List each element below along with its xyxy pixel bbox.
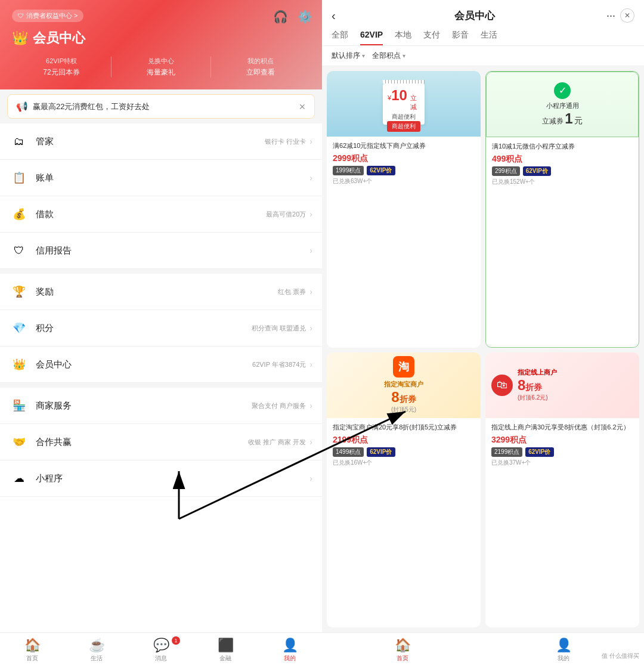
member-title-row: 👑 会员中心	[12, 29, 310, 47]
arrow-icon: ›	[309, 474, 312, 483]
card-item-1[interactable]: ¥ 10 立减 商超便利 商超便利 满62减10元指定线下商户立减券 2999积…	[327, 71, 481, 348]
card4-body: 指定线上商户满30元享受8折优惠（封顶6.2元） 3299积点 2199积点 6…	[485, 418, 639, 472]
menu-item-jiekuan[interactable]: 💰 借款 最高可借20万 ›	[0, 196, 322, 233]
xiaochengxu-icon: ☁	[10, 469, 29, 488]
promo-text: 赢最高22元消费红包，工资好去处	[33, 101, 299, 112]
left-panel: 🛡 消费者权益中心 > 🎧 ⚙️ 👑 会员中心 62VIP特权 72元回本券 兑…	[0, 0, 322, 665]
card3-inner: 淘 指定淘宝商户 8 折券 (封顶5元)	[327, 352, 481, 418]
card2-body: 满10减1元微信小程序立减券 499积点 299积点 62VIP价 已兑换152…	[486, 137, 639, 191]
card-item-2[interactable]: ✓ 小程序通用 立减券 1 元 满10减1元微信小程序立减券 499积点 299…	[485, 71, 639, 348]
menu-item-jiangli[interactable]: 🏆 奖励 红包 票券 ›	[0, 274, 322, 310]
menu-item-guanjia[interactable]: 🗂 管家 银行卡 行业卡 ›	[0, 123, 322, 160]
card2-lijian: 立减券	[542, 116, 564, 126]
menu-divider-2	[0, 383, 322, 388]
card3-unit: 折券	[400, 394, 416, 405]
card4-title: 指定线上商户	[518, 368, 633, 377]
card3-vip-badge: 62VIP价	[367, 447, 395, 457]
card4-big: 8	[518, 377, 525, 394]
close-button[interactable]: ✕	[620, 8, 634, 23]
nav-life[interactable]: ☕ 生活	[64, 638, 129, 663]
card2-alt-points: 299积点	[492, 166, 520, 176]
shangjia-icon: 🏪	[10, 396, 29, 415]
tab-quanbu[interactable]: 全部	[332, 30, 348, 45]
card4-price-row: 2199积点 62VIP价	[491, 447, 633, 457]
life-icon: ☕	[89, 638, 105, 653]
promo-close-button[interactable]: ✕	[299, 102, 306, 112]
tab-bendi[interactable]: 本地	[395, 30, 411, 45]
card1-vip-badge: 62VIP价	[367, 166, 395, 175]
more-button[interactable]: ···	[606, 10, 615, 22]
card4-alt-points: 2199积点	[491, 447, 522, 457]
back-button[interactable]: ‹	[332, 9, 336, 23]
menu-item-jifen[interactable]: 💎 积分 积分查询 联盟通兑 ›	[0, 310, 322, 347]
member-option-vip[interactable]: 62VIP特权 72元回本券	[12, 57, 112, 78]
card3-body: 指定淘宝商户满20元享8折(封顶5元)立减券 2199积点 1499积点 62V…	[327, 418, 481, 472]
nav-homepage[interactable]: 🏠 首页	[0, 638, 64, 663]
card1-alt-points: 1999积点	[333, 166, 364, 175]
cards-grid: ¥ 10 立减 商超便利 商超便利 满62减10元指定线下商户立减券 2999积…	[322, 66, 644, 632]
nav-mine[interactable]: 👤 我的	[258, 638, 322, 663]
card4-note: (封顶6.2元)	[518, 394, 633, 402]
menu-item-xinyong[interactable]: 🛡 信用报告 ›	[0, 233, 322, 269]
card2-exchanged: 已兑换152W+个	[492, 178, 633, 186]
menu-item-shangjia[interactable]: 🏪 商家服务 聚合支付 商户服务 ›	[0, 388, 322, 424]
nav-message[interactable]: 1 💬 消息	[129, 638, 193, 663]
home-icon: 🏠	[24, 638, 41, 653]
arrow-icon: ›	[309, 401, 312, 410]
filter-bar: 默认排序 ▾ 全部积点 ▾	[322, 45, 644, 66]
card2-price-row: 299积点 62VIP价	[492, 166, 633, 176]
guanjia-icon: 🗂	[10, 132, 29, 151]
card1-label: 商超便利	[388, 113, 420, 121]
settings-icon[interactable]: ⚙️	[298, 10, 312, 24]
card-item-4[interactable]: 🛍 指定线上商户 8 折券 (封顶6.2元) 指定线上商户满30元享受8折优惠（…	[485, 352, 639, 628]
sort-label: 默认排序	[332, 51, 360, 61]
card4-desc: 指定线上商户满30元享受8折优惠（封顶6.2元）	[491, 423, 633, 432]
right-header: ‹ 会员中心 ··· ✕ 全部 62VIP 本地 支付 影音 生活	[322, 0, 644, 45]
card2-amount: 1	[565, 110, 572, 127]
tab-yingyin[interactable]: 影音	[452, 30, 469, 45]
card2-mini-label: 小程序通用	[546, 101, 579, 110]
left-header: 🛡 消费者权益中心 > 🎧 ⚙️ 👑 会员中心 62VIP特权 72元回本券 兑…	[0, 0, 322, 89]
xinyong-icon: 🛡	[10, 241, 29, 260]
card1-desc: 满62减10元指定线下商户立减券	[333, 141, 475, 150]
menu-item-xiaochengxu[interactable]: ☁ 小程序 ›	[0, 460, 322, 497]
card1-receipt: ¥ 10 立减 商超便利	[383, 83, 425, 125]
card-item-3[interactable]: 淘 指定淘宝商户 8 折券 (封顶5元) 指定淘宝商户满20元享8折(封顶5元)…	[327, 352, 481, 628]
card1-exchanged: 已兑换63W+个	[333, 177, 475, 185]
tab-62vip[interactable]: 62VIP	[360, 30, 383, 45]
arrow-icon: ›	[309, 323, 312, 333]
card1-unit: 立减	[407, 94, 420, 112]
card3-price: 2199积点	[333, 435, 475, 446]
card1-price-row: 1999积点 62VIP价	[333, 166, 475, 175]
card4-text: 指定线上商户 8 折券 (封顶6.2元)	[518, 368, 633, 402]
points-arrow-icon: ▾	[402, 52, 405, 59]
header-icons: 🎧 ⚙️	[273, 10, 312, 24]
finance-icon: ⬛	[218, 638, 234, 653]
card2-inner: ✓ 小程序通用 立减券 1 元	[487, 72, 638, 137]
headset-icon[interactable]: 🎧	[273, 10, 288, 24]
member-option-points[interactable]: 我的积点 立即查看	[211, 57, 310, 78]
consumer-badge[interactable]: 🛡 消费者权益中心 >	[12, 10, 83, 22]
member-option-exchange[interactable]: 兑换中心 海量豪礼	[112, 57, 211, 78]
tab-shenghuo[interactable]: 生活	[481, 30, 497, 45]
sort-filter[interactable]: 默认排序 ▾	[332, 51, 365, 61]
promo-banner[interactable]: 📢 赢最高22元消费红包，工资好去处 ✕	[7, 94, 315, 119]
card1-amount: 10	[391, 87, 407, 104]
card4-bag-icon: 🛍	[491, 375, 513, 396]
card2-desc: 满10减1元微信小程序立减券	[492, 142, 633, 151]
menu-item-zhangdan[interactable]: 📋 账单 ›	[0, 160, 322, 196]
tab-bar: 全部 62VIP 本地 支付 影音 生活	[332, 30, 634, 45]
card2-yuan: 元	[574, 116, 583, 126]
card2-price: 499积点	[492, 154, 633, 165]
watermark: 值 什么值得买	[602, 652, 639, 660]
menu-item-huiyuan[interactable]: 👑 会员中心 62VIP 年省3874元 ›	[0, 347, 322, 383]
arrow-icon: ›	[309, 209, 312, 219]
menu-item-hezuo[interactable]: 🤝 合作共赢 收银 推广 商家 开发 ›	[0, 424, 322, 460]
card3-big: 8	[391, 389, 399, 406]
points-filter[interactable]: 全部积点 ▾	[372, 51, 405, 61]
nav-finance[interactable]: ⬛ 金融	[193, 638, 258, 663]
arrow-icon: ›	[309, 173, 312, 183]
right-nav-home[interactable]: 🏠 首页	[322, 638, 483, 663]
tab-zhifu[interactable]: 支付	[423, 30, 440, 45]
message-badge: 1	[172, 636, 180, 645]
